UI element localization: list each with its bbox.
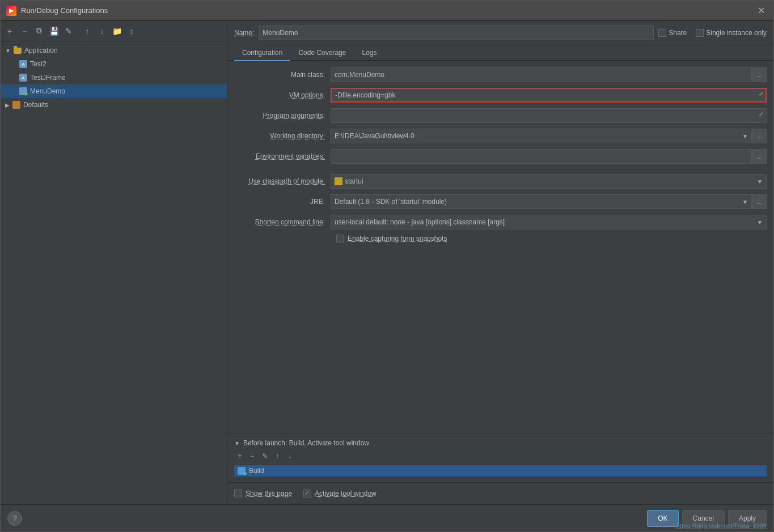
env-vars-container: … <box>331 149 767 164</box>
tab-configuration[interactable]: Configuration <box>234 45 290 61</box>
single-instance-checkbox[interactable] <box>696 29 704 37</box>
vm-options-container: ⤢ <box>331 88 767 103</box>
env-vars-browse-button[interactable]: … <box>752 149 767 164</box>
working-dir-row: Working directory: E:\IDEA\JavaGui\bview… <box>234 128 767 144</box>
name-label: Name: <box>234 29 254 37</box>
program-args-input[interactable] <box>331 108 767 123</box>
copy-config-button[interactable]: ⧉ <box>32 24 46 38</box>
enable-snapshots-checkbox[interactable] <box>336 235 344 242</box>
sidebar-item-test2[interactable]: A Test2 <box>1 57 227 71</box>
main-class-input[interactable] <box>331 67 752 82</box>
enable-snapshots-row: Enable capturing form snapshots <box>336 235 767 242</box>
working-dir-value: E:\IDEA\JavaGui\bview4.0 <box>335 132 742 140</box>
bl-down-button[interactable]: ↓ <box>284 450 295 462</box>
before-launch-title: Before launch: Build, Activate tool wind… <box>243 439 369 447</box>
working-dir-container: E:\IDEA\JavaGui\bview4.0 ▼ … <box>331 129 767 143</box>
jre-select[interactable]: Default (1.8 - SDK of 'startui' module) … <box>331 194 752 209</box>
bl-edit-button[interactable]: ✎ <box>259 450 270 462</box>
classpath-row: Use classpath of module: startui ▼ <box>234 173 767 189</box>
shorten-cmd-label: Shorten command line: <box>234 218 331 226</box>
toolbar-separator <box>78 25 78 37</box>
remove-config-button[interactable]: − <box>18 24 31 38</box>
bl-remove-button[interactable]: − <box>247 450 258 462</box>
edit-config-button[interactable]: ✎ <box>62 24 75 38</box>
shorten-cmd-row: Shorten command line: user-local default… <box>234 214 767 230</box>
classpath-label: Use classpath of module: <box>234 177 331 185</box>
sidebar-item-application[interactable]: ▼ Application <box>1 44 227 57</box>
working-dir-arrow: ▼ <box>742 133 748 139</box>
vm-options-expand-button[interactable]: ⤢ <box>755 88 767 99</box>
config-form: Main class: … VM options: ⤢ Prog <box>227 61 773 433</box>
share-checkbox[interactable] <box>658 29 666 37</box>
vm-options-label: VM options: <box>234 91 331 99</box>
move-up-button[interactable]: ↑ <box>81 24 94 38</box>
jre-row: JRE: Default (1.8 - SDK of 'startui' mod… <box>234 194 767 210</box>
before-launch-section: ▼ Before launch: Build, Activate tool wi… <box>227 433 773 482</box>
sidebar-item-menudemo[interactable]: MenuDemo <box>1 84 227 98</box>
menudemo-label: MenuDemo <box>30 87 65 95</box>
main-class-label: Main class: <box>234 71 331 79</box>
close-button[interactable]: ✕ <box>754 4 768 18</box>
shorten-cmd-arrow: ▼ <box>757 219 763 225</box>
title-bar: ▶ Run/Debug Configurations ✕ <box>1 1 773 21</box>
defaults-icon <box>12 100 21 109</box>
tab-logs[interactable]: Logs <box>354 45 384 61</box>
activate-window-checkbox[interactable] <box>303 490 311 497</box>
footer-link: https://blog.csdn.net/Trista_1999 <box>676 522 767 529</box>
share-label: Share <box>669 29 687 37</box>
menudemo-icon <box>19 87 28 96</box>
show-page-item: Show this page <box>234 490 292 497</box>
tab-code-coverage[interactable]: Code Coverage <box>290 45 354 61</box>
config-tree: ▼ Application A Test2 A TestJFr <box>1 41 227 504</box>
vm-options-input[interactable] <box>331 88 767 103</box>
jre-arrow: ▼ <box>742 199 748 205</box>
working-dir-browse-button[interactable]: … <box>752 129 767 143</box>
env-vars-input[interactable] <box>331 149 752 164</box>
move-down-button[interactable]: ↓ <box>95 24 109 38</box>
show-page-checkbox[interactable] <box>234 490 242 497</box>
single-instance-label: Single instance only <box>706 29 767 37</box>
name-row: Name: Share Single instance only <box>227 21 773 45</box>
bottom-checkboxes: Show this page Activate tool window <box>227 482 773 504</box>
main-class-browse-button[interactable]: … <box>752 67 767 82</box>
main-class-field-container: … <box>331 67 767 82</box>
classpath-value: startui <box>345 177 757 185</box>
build-label: Build <box>249 467 264 475</box>
show-page-label: Show this page <box>246 490 292 497</box>
program-args-expand-button[interactable]: ⤢ <box>755 108 767 120</box>
name-input[interactable] <box>259 25 654 40</box>
bl-up-button[interactable]: ↑ <box>272 450 283 462</box>
application-icon <box>13 46 22 55</box>
program-args-label: Program arguments: <box>234 112 331 120</box>
build-item[interactable]: Build <box>234 465 767 476</box>
share-area: Share Single instance only <box>658 29 767 37</box>
program-args-row: Program arguments: ⤢ <box>234 108 767 124</box>
jre-container: Default (1.8 - SDK of 'startui' module) … <box>331 194 767 209</box>
help-button[interactable]: ? <box>7 511 22 526</box>
shorten-cmd-select[interactable]: user-local default: none - java [options… <box>331 215 767 229</box>
run-debug-dialog: ▶ Run/Debug Configurations ✕ + − ⧉ 💾 ✎ ↑… <box>0 0 774 532</box>
main-content: + − ⧉ 💾 ✎ ↑ ↓ 📁 ↕ ▼ Application <box>1 21 773 504</box>
classpath-select[interactable]: startui ▼ <box>331 174 767 189</box>
defaults-label: Defaults <box>23 101 48 109</box>
working-dir-select[interactable]: E:\IDEA\JavaGui\bview4.0 ▼ <box>331 129 752 143</box>
sidebar-item-defaults[interactable]: ▶ Defaults <box>1 98 227 112</box>
add-config-button[interactable]: + <box>3 24 16 38</box>
test2-icon: A <box>19 59 28 69</box>
sidebar-item-testjframe[interactable]: A TestJFrame <box>1 71 227 84</box>
app-icon: ▶ <box>6 6 16 16</box>
application-label: Application <box>24 46 58 54</box>
test2-label: Test2 <box>30 60 46 68</box>
folder-button[interactable]: 📁 <box>110 24 124 38</box>
activate-window-label: Activate tool window <box>315 490 377 497</box>
right-panel: Name: Share Single instance only Configu… <box>227 21 773 504</box>
vm-options-row: VM options: ⤢ <box>234 87 767 103</box>
save-config-button[interactable]: 💾 <box>47 24 61 38</box>
jre-browse-button[interactable]: … <box>752 194 767 209</box>
bl-add-button[interactable]: + <box>234 450 246 462</box>
sort-button[interactable]: ↕ <box>125 24 138 38</box>
shorten-cmd-value: user-local default: none - java [options… <box>335 218 757 226</box>
before-launch-collapse-arrow[interactable]: ▼ <box>234 440 240 446</box>
expand-arrow: ▼ <box>5 48 11 54</box>
ok-button[interactable]: OK <box>647 510 678 527</box>
